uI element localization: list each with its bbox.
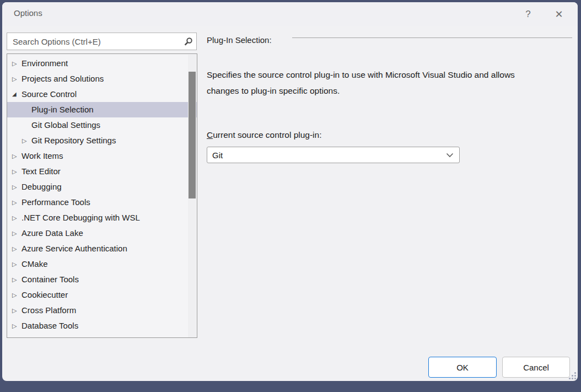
- plugin-combobox[interactable]: Git: [207, 147, 460, 163]
- combobox-value: Git: [207, 151, 440, 160]
- scrollbar-thumb[interactable]: [189, 72, 196, 198]
- resize-grip[interactable]: [567, 370, 576, 379]
- tree-item-label: Git Repository Settings: [31, 133, 116, 148]
- tree-item-label: .NET Core Debugging with WSL: [21, 210, 140, 225]
- tree-collapsed-icon[interactable]: ▷: [12, 287, 21, 303]
- panel-description: Specifies the source control plug-in to …: [207, 67, 547, 99]
- combo-label: Current source control plug-in:: [207, 130, 322, 140]
- tree-item-net-core-debugging-with-wsl[interactable]: ▷.NET Core Debugging with WSL: [7, 210, 197, 225]
- tree-collapsed-icon[interactable]: ▷: [12, 164, 21, 179]
- close-button[interactable]: ✕: [547, 2, 571, 26]
- tree-item-database-tools[interactable]: ▷Database Tools: [7, 318, 197, 334]
- options-tree: ▷Environment▷Projects and Solutions◢Sour…: [7, 53, 197, 338]
- panel-heading: Plug-In Selection:: [207, 35, 272, 45]
- tree-item-label: Database Tools: [21, 318, 78, 334]
- dialog-title: Options: [14, 8, 42, 18]
- tree-item-container-tools[interactable]: ▷Container Tools: [7, 272, 197, 287]
- tree-item-label: Source Control: [21, 87, 77, 102]
- search-icon[interactable]: [180, 37, 196, 46]
- tree-item-label: Container Tools: [21, 272, 79, 287]
- tree-collapsed-icon[interactable]: ▷: [12, 210, 21, 225]
- tree-collapsed-icon[interactable]: ▷: [22, 133, 31, 148]
- tree-item-plug-in-selection[interactable]: Plug-in Selection: [7, 102, 197, 117]
- tree-item-label: Cookiecutter: [21, 287, 68, 303]
- tree-item-cmake[interactable]: ▷CMake: [7, 256, 197, 272]
- tree-item-label: Cross Platform: [21, 303, 76, 318]
- tree-item-azure-service-authentication[interactable]: ▷Azure Service Authentication: [7, 241, 197, 256]
- tree-item-projects-and-solutions[interactable]: ▷Projects and Solutions: [7, 71, 197, 87]
- tree-item-text-editor[interactable]: ▷Text Editor: [7, 164, 197, 179]
- heading-rule: [292, 37, 572, 38]
- tree-collapsed-icon[interactable]: ▷: [12, 179, 21, 195]
- options-dialog: Options ? ✕ ▷Environment▷Projects and So…: [2, 2, 578, 381]
- tree-item-label: Azure Service Authentication: [21, 241, 127, 256]
- tree-item-git-global-settings[interactable]: Git Global Settings: [7, 117, 197, 133]
- chevron-down-icon: [440, 153, 459, 158]
- tree-item-cross-platform[interactable]: ▷Cross Platform: [7, 303, 197, 318]
- tree-item-label: Git Global Settings: [31, 117, 100, 133]
- tree-item-source-control[interactable]: ◢Source Control: [7, 87, 197, 102]
- tree-collapsed-icon[interactable]: ▷: [12, 318, 21, 334]
- titlebar[interactable]: Options ? ✕: [2, 2, 578, 26]
- tree-collapsed-icon[interactable]: ▷: [12, 256, 21, 272]
- tree-item-label: Text Editor: [21, 164, 61, 179]
- tree-collapsed-icon[interactable]: ▷: [12, 225, 21, 241]
- ok-button[interactable]: OK: [428, 357, 497, 378]
- tree-item-label: Work Items: [21, 148, 63, 164]
- tree-item-performance-tools[interactable]: ▷Performance Tools: [7, 195, 197, 210]
- tree-item-cookiecutter[interactable]: ▷Cookiecutter: [7, 287, 197, 303]
- tree-item-label: Projects and Solutions: [21, 71, 104, 87]
- tree-item-label: Debugging: [21, 179, 62, 195]
- tree-collapsed-icon[interactable]: ▷: [12, 303, 21, 318]
- tree-item-environment[interactable]: ▷Environment: [7, 56, 197, 71]
- tree-item-azure-data-lake[interactable]: ▷Azure Data Lake: [7, 225, 197, 241]
- tree-collapsed-icon[interactable]: ▷: [12, 195, 21, 210]
- tree-item-label: Azure Data Lake: [21, 225, 83, 241]
- tree-item-debugging[interactable]: ▷Debugging: [7, 179, 197, 195]
- cancel-button[interactable]: Cancel: [502, 357, 570, 378]
- tree-item-label: Performance Tools: [21, 195, 90, 210]
- tree-collapsed-icon[interactable]: ▷: [12, 71, 21, 87]
- tree-expanded-icon[interactable]: ◢: [12, 87, 21, 102]
- tree-collapsed-icon[interactable]: ▷: [12, 241, 21, 256]
- tree-collapsed-icon[interactable]: ▷: [12, 148, 21, 164]
- help-button[interactable]: ?: [516, 2, 540, 26]
- tree-collapsed-icon[interactable]: ▷: [12, 56, 21, 71]
- tree-scrollbar[interactable]: [188, 55, 196, 337]
- help-icon: ?: [525, 9, 530, 20]
- tree-item-work-items[interactable]: ▷Work Items: [7, 148, 197, 164]
- tree-item-label: Plug-in Selection: [31, 102, 94, 117]
- close-icon: ✕: [555, 8, 563, 20]
- tree-item-git-repository-settings[interactable]: ▷Git Repository Settings: [7, 133, 197, 148]
- tree-item-label: Environment: [21, 56, 68, 71]
- tree-item-label: CMake: [21, 256, 48, 272]
- search-box[interactable]: [7, 33, 197, 50]
- tree-collapsed-icon[interactable]: ▷: [12, 272, 21, 287]
- search-input[interactable]: [7, 37, 180, 46]
